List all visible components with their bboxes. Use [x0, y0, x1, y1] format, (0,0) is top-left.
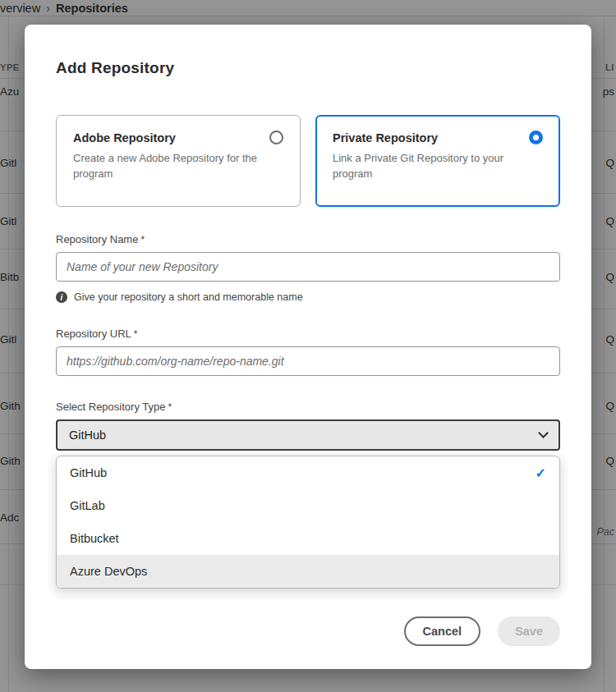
required-asterisk: *	[168, 401, 172, 413]
required-asterisk: *	[140, 234, 145, 245]
repository-name-label: Repository Name*	[56, 233, 560, 245]
repository-type-select[interactable]: GitHub	[56, 419, 560, 451]
repository-type-dropdown: GitHub ✓ GitLab Bitbucket Azure DevOps	[56, 456, 560, 589]
chevron-down-icon	[538, 428, 549, 438]
private-repository-card[interactable]: Private Repository Link a Private Git Re…	[315, 115, 560, 207]
screen: verview›Repositories YPE Azu Gitl Gitl B…	[0, 0, 616, 692]
repository-name-input[interactable]	[56, 252, 560, 282]
help-text: Give your repository a short and memorab…	[74, 291, 303, 303]
dialog-actions: Cancel Save	[404, 616, 560, 646]
info-icon: i	[56, 291, 67, 303]
dialog-title: Add Repository	[56, 59, 560, 77]
card-description: Create a new Adobe Repository for the pr…	[73, 151, 283, 182]
card-title: Adobe Repository	[73, 131, 176, 144]
repository-type-label: Select Repository Type*	[56, 401, 560, 413]
repository-url-input[interactable]	[56, 346, 560, 376]
card-title: Private Repository	[333, 131, 438, 144]
card-description: Link a Private Git Repository to your pr…	[333, 151, 543, 182]
adobe-repository-card[interactable]: Adobe Repository Create a new Adobe Repo…	[56, 115, 301, 207]
cancel-button[interactable]: Cancel	[404, 616, 481, 646]
dropdown-option-bitbucket[interactable]: Bitbucket	[57, 522, 559, 555]
radio-selected-icon[interactable]	[529, 131, 543, 144]
checkmark-icon: ✓	[536, 465, 546, 481]
select-value: GitHub	[69, 428, 106, 442]
add-repository-dialog: Add Repository Adobe Repository Create a…	[25, 25, 591, 669]
repository-name-help: i Give your repository a short and memor…	[56, 291, 560, 303]
required-asterisk: *	[134, 328, 138, 340]
repository-url-label: Repository URL*	[56, 328, 560, 340]
dropdown-option-github[interactable]: GitHub ✓	[57, 456, 559, 489]
dropdown-option-gitlab[interactable]: GitLab	[57, 489, 559, 522]
dropdown-option-azure-devops[interactable]: Azure DevOps	[57, 555, 559, 588]
radio-unselected-icon[interactable]	[269, 131, 283, 144]
repository-type-cards: Adobe Repository Create a new Adobe Repo…	[56, 115, 560, 207]
save-button[interactable]: Save	[498, 616, 560, 646]
